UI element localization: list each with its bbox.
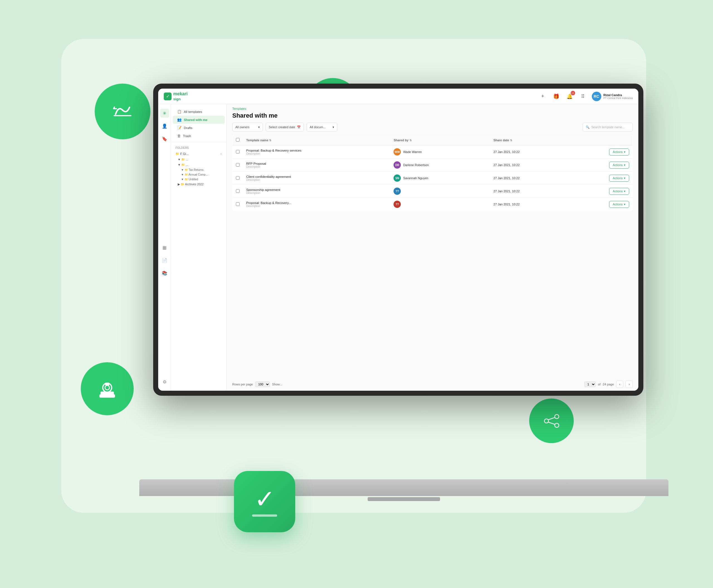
- sidebar-drafts[interactable]: 📝 Drafts: [173, 124, 225, 132]
- row-checkbox-cell[interactable]: [233, 185, 243, 198]
- row-checkbox-1[interactable]: [236, 163, 239, 167]
- actions-button-0[interactable]: Actions ▾: [609, 149, 629, 155]
- shared-avatar-4: ??: [393, 201, 401, 208]
- table-row: Sponsorship agreement Description ?? 27 …: [233, 185, 633, 198]
- row-checkbox-3[interactable]: [236, 189, 239, 193]
- row-share-date-cell-4: 27 Jan 2021, 10:22: [490, 198, 569, 211]
- logo-text: mekari sign: [173, 91, 188, 101]
- rail-icon-settings[interactable]: ⚙: [160, 377, 169, 386]
- row-template-name-cell-1: RFP Proposal Description: [243, 159, 390, 172]
- shared-avatar-3: ??: [393, 188, 401, 195]
- add-button[interactable]: +: [538, 92, 547, 101]
- sidebar-shared-with-me[interactable]: 👥 Shared with me: [173, 115, 225, 124]
- row-template-name-cell-2: Client confidentiality agreement Descrip…: [243, 172, 390, 185]
- row-template-name-cell-0: Proposal: Backup & Recovery services Des…: [243, 145, 390, 159]
- row-checkbox-cell[interactable]: [233, 159, 243, 172]
- top-bar: ✓ mekari sign + 🎁 🔔 11 ⠿: [158, 89, 639, 104]
- search-box[interactable]: 🔍 Search template name...: [583, 123, 633, 131]
- sidebar-all-templates[interactable]: 📋 All templates: [173, 108, 225, 115]
- template-desc-2: Description: [246, 178, 387, 182]
- apps-icon[interactable]: ⠿: [579, 92, 587, 101]
- table-row: Proposal: Backup & Recovery... Descripti…: [233, 198, 633, 211]
- row-checkbox-0[interactable]: [236, 150, 239, 153]
- actions-chevron-3: ▾: [624, 189, 626, 193]
- rail-icon-grid[interactable]: ▦: [160, 243, 169, 252]
- row-shared-by-cell-4: ??: [390, 198, 490, 211]
- actions-button-1[interactable]: Actions ▾: [609, 162, 629, 169]
- owners-filter[interactable]: All owners ▾: [232, 123, 263, 131]
- rail-icon-book[interactable]: 📚: [160, 269, 169, 277]
- actions-label-2: Actions: [613, 176, 623, 180]
- template-name-1: RFP Proposal: [246, 162, 387, 165]
- actions-label-0: Actions: [613, 150, 623, 153]
- prev-page-btn[interactable]: ‹: [616, 381, 623, 388]
- sidebar-folder-sub1[interactable]: ▼ 📁 ...: [171, 157, 226, 162]
- sidebar-folder-sub2[interactable]: ▼ 📁 ...: [171, 162, 226, 167]
- actions-button-4[interactable]: Actions ▾: [609, 201, 629, 208]
- sidebar-folder-untitled[interactable]: ▼ 📁 Untitled: [171, 177, 226, 182]
- actions-button-2[interactable]: Actions ▾: [609, 175, 629, 182]
- rows-per-page-select[interactable]: 100 50 25: [255, 381, 270, 387]
- col-shared-by[interactable]: Shared by ⇅: [390, 135, 490, 145]
- templates-table: Template name ⇅ Shared by ⇅ Share date ⇅: [232, 135, 633, 211]
- breadcrumb[interactable]: Templates: [227, 104, 639, 110]
- row-share-date-cell-2: 27 Jan 2021, 10:22: [490, 172, 569, 185]
- table-header-row: Template name ⇅ Shared by ⇅ Share date ⇅: [233, 135, 633, 145]
- notification-icon[interactable]: 🔔 11: [565, 92, 574, 101]
- signature-icon-circle: [95, 84, 150, 139]
- drafts-icon: 📝: [177, 126, 181, 130]
- table-row: RFP Proposal Description DR Darlene Robe…: [233, 159, 633, 172]
- col-actions: [568, 135, 632, 145]
- row-checkbox-cell[interactable]: [233, 172, 243, 185]
- screen-content: ✓ mekari sign + 🎁 🔔 11 ⠿: [158, 89, 639, 391]
- actions-label-4: Actions: [613, 203, 623, 206]
- user-avatar-area[interactable]: RC Rizal Candra PT Central Perk Indonesi…: [592, 92, 633, 101]
- col-template-name[interactable]: Template name ⇅: [243, 135, 390, 145]
- app-icon-overlay: ✓: [234, 471, 295, 532]
- laptop-trackpad: [368, 497, 440, 501]
- actions-chevron-2: ▾: [624, 176, 626, 180]
- next-page-btn[interactable]: ›: [626, 381, 633, 388]
- template-name-0: Proposal: Backup & Recovery services: [246, 149, 387, 152]
- actions-chevron-1: ▾: [624, 163, 626, 167]
- icon-rail: ✳ 👤 🔖 ▦ 📄 📚 ⚙: [158, 104, 171, 391]
- check-icon: ✓: [254, 487, 275, 512]
- row-actions-cell-3: Actions ▾: [568, 185, 632, 198]
- svg-rect-11: [106, 383, 109, 385]
- shared-icon: 👥: [177, 118, 181, 122]
- actions-chevron-4: ▾: [624, 203, 626, 206]
- gift-icon[interactable]: 🎁: [552, 92, 561, 101]
- template-desc-4: Description: [246, 205, 387, 208]
- stamp-icon-circle: [81, 362, 134, 415]
- sidebar-folder-tax[interactable]: ▼ 📁 Tax Returns: [171, 167, 226, 172]
- actions-button-3[interactable]: Actions ▾: [609, 188, 629, 195]
- sidebar-trash[interactable]: 🗑 Trash: [173, 132, 225, 140]
- rail-icon-user[interactable]: 👤: [160, 122, 169, 130]
- row-actions-cell-0: Actions ▾: [568, 145, 632, 159]
- sidebar-folder-annual[interactable]: ▼ 📁 Annual Comp...: [171, 172, 226, 177]
- of-pages-label: of: [598, 383, 601, 386]
- shared-by-name-0: Wade Warren: [403, 150, 422, 153]
- sidebar-folder-fgl[interactable]: 📁 F Gl... +: [171, 151, 226, 157]
- sidebar-folder-archives[interactable]: ▶ 📁 Archives 2022: [171, 182, 226, 187]
- docs-filter[interactable]: All docum... ▾: [307, 123, 337, 131]
- date-filter[interactable]: Select created date 📅: [266, 123, 304, 131]
- row-checkbox-cell[interactable]: [233, 198, 243, 211]
- row-checkbox-4[interactable]: [236, 202, 239, 206]
- template-name-2: Client confidentiality agreement: [246, 175, 387, 178]
- rail-icon-doc[interactable]: 📄: [160, 256, 169, 265]
- checkbox-all[interactable]: [236, 138, 239, 142]
- rail-icon-bookmark[interactable]: 🔖: [160, 134, 169, 143]
- col-share-date[interactable]: Share date ⇅: [490, 135, 569, 145]
- template-name-3: Sponsorship agreement: [246, 188, 387, 191]
- row-checkbox-cell[interactable]: [233, 145, 243, 159]
- page-number-select[interactable]: 1: [584, 381, 596, 387]
- select-all-checkbox[interactable]: [233, 135, 243, 145]
- template-desc-1: Description: [246, 165, 387, 168]
- actions-label-1: Actions: [613, 163, 623, 167]
- rail-icon-asterisk[interactable]: ✳: [160, 109, 169, 118]
- row-template-name-cell-3: Sponsorship agreement Description: [243, 185, 390, 198]
- logo-area: ✓ mekari sign: [164, 91, 188, 101]
- row-checkbox-2[interactable]: [236, 176, 239, 180]
- laptop-keyboard: [139, 479, 668, 496]
